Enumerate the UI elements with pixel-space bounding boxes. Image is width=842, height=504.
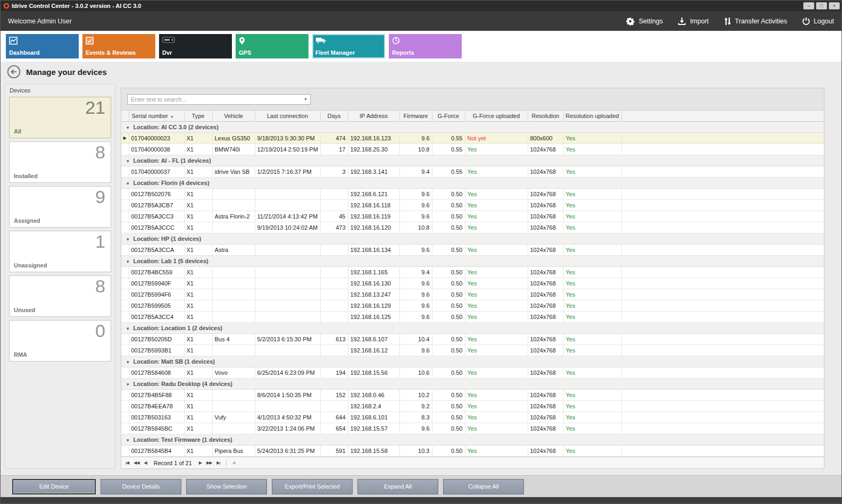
tab-fleet-manager[interactable]: Fleet Manager <box>312 34 385 58</box>
table-row[interactable]: 00127B5A3CCAX1Astra192.168.16.1349.60.50… <box>121 244 824 255</box>
table-row[interactable]: 00127B5993B1X1192.168.16.129.60.50Yes102… <box>121 345 824 356</box>
cell-g-force: 0.50 <box>432 411 465 423</box>
group-row[interactable]: ▾Location: AI CC 3.0 (2 devices) <box>121 121 824 132</box>
search-input[interactable] <box>128 96 301 103</box>
group-collapse-icon[interactable]: ▾ <box>127 438 129 443</box>
cell-resolution-uploaded: Yes <box>563 289 621 300</box>
table-row[interactable]: 00127B4BC559X1192.168.1.1659.40.50Yes102… <box>121 266 824 278</box>
group-row[interactable]: ▾Location: AI - FL (1 devices) <box>121 155 824 166</box>
column-header-resolution[interactable]: Resolution <box>528 111 563 121</box>
table-row[interactable]: 00127B5845B4X1Pipera Bus5/24/2013 6:31:2… <box>121 445 824 456</box>
table-row[interactable]: 017040000037X1idrive Van SB1/2/2015 7:16… <box>121 166 824 177</box>
pager-next[interactable]: ▶ <box>199 460 202 465</box>
tab-gps[interactable]: GPS <box>236 34 309 58</box>
device-details-button[interactable]: Device Details <box>101 479 181 494</box>
cell-resolution: 1024x768 <box>528 445 563 456</box>
cell-type: X1 <box>184 289 212 300</box>
title-bar[interactable]: Idrive Control Center - 3.0.2 version - … <box>1 1 841 11</box>
group-row[interactable]: ▾Location: HP (1 devices) <box>121 233 824 244</box>
cell-days: 17 <box>320 144 348 155</box>
group-collapse-icon[interactable]: ▾ <box>127 237 129 242</box>
table-row[interactable]: 00127B5994F6X1192.168.13.2479.60.50Yes10… <box>121 289 824 300</box>
pager-prev-record[interactable]: ◀ <box>232 460 235 465</box>
tab-dashboard[interactable]: Dashboard <box>6 34 79 58</box>
group-row[interactable]: ▾Location: Test Firmware (1 devices) <box>121 434 824 445</box>
column-header-days[interactable]: Days <box>320 111 348 121</box>
column-header-type[interactable]: Type <box>184 111 212 121</box>
expand-all-button[interactable]: Expand All <box>357 479 438 494</box>
table-row[interactable]: 00127B4B5F88X18/6/2014 1:50:35 PM152192.… <box>121 389 824 400</box>
settings-action[interactable]: Settings <box>626 17 663 26</box>
search-dropdown-icon[interactable]: ▼ <box>301 97 310 101</box>
cell-vehicle: Pipera Bus <box>212 445 255 456</box>
filter-card-installed[interactable]: 8Installed <box>9 141 111 183</box>
transfer-activities-action[interactable]: Transfer Activities <box>724 17 787 26</box>
table-row[interactable]: 00127B5845BCX13/22/2013 1:24:06 PM654192… <box>121 423 824 434</box>
table-row[interactable]: 00127B59940FX1192.168.16.1309.60.50Yes10… <box>121 278 824 289</box>
pager-prev[interactable]: ◀ <box>144 460 147 465</box>
group-row[interactable]: ▾Location: Lab 1 (5 devices) <box>121 255 824 266</box>
group-row[interactable]: ▾Location: Location 1 (2 devices) <box>121 322 824 333</box>
group-row[interactable]: ▾Location: Radu Desktop (4 devices) <box>121 378 824 389</box>
close-button[interactable]: × <box>829 2 840 10</box>
table-row[interactable]: 00127B584608X1Vovo6/25/2014 6:23:09 PM19… <box>121 367 824 378</box>
pager-prev-page[interactable]: ◀◀ <box>134 460 139 465</box>
table-row[interactable]: 00127B502076X1192.168.6.1219.60.50Yes102… <box>121 188 824 199</box>
pager-first[interactable]: |◀ <box>126 460 129 465</box>
filter-card-unused[interactable]: 8Unused <box>9 275 111 317</box>
group-collapse-icon[interactable]: ▾ <box>127 382 129 387</box>
group-collapse-icon[interactable]: ▾ <box>127 359 129 365</box>
cell-serial-number: 00127B503163 <box>129 411 184 423</box>
group-collapse-icon[interactable]: ▾ <box>127 158 129 164</box>
group-collapse-icon[interactable]: ▾ <box>127 326 129 331</box>
table-row[interactable]: 00127B503163X1Vufy4/1/2013 4:50:32 PM644… <box>121 411 824 423</box>
column-header-resolution-uploaded[interactable]: Resolution uploaded <box>563 111 621 121</box>
table-row[interactable]: ▶017040000023X1Lexus GS3509/18/2013 5:30… <box>121 132 824 144</box>
group-collapse-icon[interactable]: ▾ <box>127 259 129 264</box>
table-row[interactable]: 00127B599505X1192.168.16.1299.60.50Yes10… <box>121 300 824 311</box>
group-row[interactable]: ▾Location: Florin (4 devices) <box>121 177 824 188</box>
edit-device-button[interactable]: Edit Device <box>12 479 96 494</box>
export-print-selected-button[interactable]: Export/Print Selected <box>272 479 353 494</box>
table-row[interactable]: 017040000038X1BMW740i12/19/2014 2:50:19 … <box>121 144 824 155</box>
show-selection-button[interactable]: Show Selection <box>186 479 267 494</box>
tab-reports[interactable]: Reports <box>389 34 462 58</box>
table-row[interactable]: 00127B5A3CB7X1192.168.16.1189.60.50Yes10… <box>121 199 824 211</box>
menu-action-label: Settings <box>639 18 663 25</box>
table-row[interactable]: 00127B5A3CC3X1Astra Florin-211/21/2014 4… <box>121 211 824 222</box>
cell-firmware: 9.6 <box>399 300 432 311</box>
collapse-all-button[interactable]: Collapse All <box>443 479 524 494</box>
column-header-ip-address[interactable]: IP Address <box>348 111 399 121</box>
group-collapse-icon[interactable]: ▾ <box>127 181 129 186</box>
filter-card-rma[interactable]: 0RMA <box>9 320 111 362</box>
pager-next-page[interactable]: ▶▶ <box>206 460 212 465</box>
column-header-serial-number[interactable]: Serial number▲ <box>129 111 184 121</box>
cell-days: 644 <box>320 411 348 423</box>
cell-filler <box>621 188 824 199</box>
tab-events-reviews[interactable]: Events & Reviews <box>82 34 155 58</box>
column-header-last-connection[interactable]: Last connection <box>255 111 320 121</box>
menu-actions: SettingsImportTransfer ActivitiesLogout <box>626 17 834 26</box>
import-action[interactable]: Import <box>678 17 708 26</box>
logout-action[interactable]: Logout <box>802 17 834 25</box>
table-row[interactable]: 00127B50205DX1Bus 45/2/2013 6:15:30 PM61… <box>121 333 824 345</box>
table-row[interactable]: 00127B4EEA78X1192.168.2.49.20.50Yes1024x… <box>121 400 824 411</box>
filter-card-all[interactable]: 21All <box>9 97 111 138</box>
cell-filler <box>621 411 824 423</box>
group-row[interactable]: ▾Location: Matt SB (1 devices) <box>121 356 824 367</box>
column-header-g-force-uploaded[interactable]: G-Force uploaded <box>465 111 528 121</box>
table-row[interactable]: 00127B5A3CCCX19/19/2013 10:24:02 AM47319… <box>121 222 824 233</box>
column-header-g-force[interactable]: G-Force <box>432 111 465 121</box>
filter-card-assigned[interactable]: 9Assigned <box>9 186 111 228</box>
group-collapse-icon[interactable]: ▾ <box>127 125 129 130</box>
maximize-button[interactable]: □ <box>816 2 827 10</box>
pager-last[interactable]: ▶| <box>216 460 220 465</box>
filter-card-unassigned[interactable]: 1Unassigned <box>9 231 111 272</box>
back-button[interactable] <box>7 65 21 79</box>
column-header-firmware[interactable]: Firmware <box>399 111 432 121</box>
column-header-vehicle[interactable]: Vehicle <box>212 111 255 121</box>
minimize-button[interactable]: – <box>803 2 814 10</box>
table-row[interactable]: 00127B5A3CC4X1192.168.16.1259.60.50Yes10… <box>121 311 824 322</box>
tab-dvr[interactable]: Dvr <box>159 34 232 58</box>
row-indicator-cell <box>121 244 129 255</box>
